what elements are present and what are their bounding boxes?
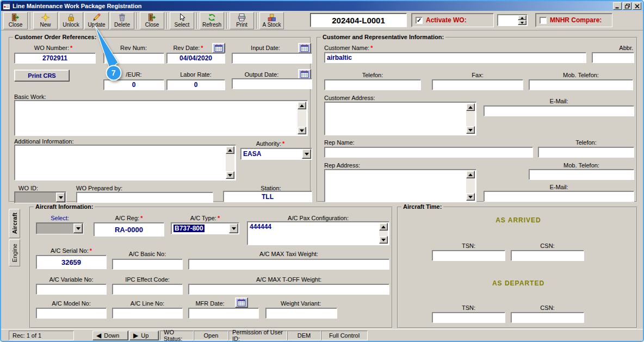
toolbar-refresh-button[interactable]: Refresh [200, 12, 224, 29]
toolbar-close-button[interactable]: Close [3, 12, 28, 29]
tab-aircraft[interactable]: Aircraft [9, 209, 20, 238]
spin-down-button[interactable] [518, 20, 527, 25]
restore-button[interactable] [623, 2, 631, 10]
email-field[interactable] [484, 105, 634, 116]
ac-type-combobox[interactable]: B737-800 [171, 222, 239, 234]
mnhr-compare-checkbox[interactable] [540, 17, 547, 24]
customer-address-value [327, 103, 465, 134]
weight-variant-field[interactable] [265, 308, 337, 319]
ac-variable-no-field[interactable] [36, 284, 107, 295]
csn-departed-field[interactable] [511, 312, 584, 323]
scroll-down-button[interactable] [466, 193, 475, 201]
rep-mob-field[interactable] [529, 169, 634, 180]
wo-id-dropdown-button[interactable] [56, 192, 65, 202]
scroll-down-button[interactable] [298, 127, 306, 134]
customer-order-group: Customer Order References: WO Number:* R… [9, 37, 311, 202]
print-crs-button[interactable]: Print CRS [14, 70, 70, 82]
max-taxi-field[interactable] [188, 259, 389, 270]
wo-number-display[interactable]: 202404-L0001 [310, 13, 407, 27]
tab-engine[interactable]: Engine [9, 239, 20, 266]
toolbar-select-button[interactable]: Select [170, 12, 194, 29]
customer-address-textarea[interactable] [324, 102, 476, 135]
pax-config-textarea[interactable]: 444444 [247, 221, 389, 245]
rep-email-field[interactable] [484, 191, 634, 202]
weight-variant-label: Weight Variant: [264, 300, 337, 307]
ac-type-dropdown-button[interactable] [229, 223, 238, 233]
rep-name-field[interactable] [324, 147, 533, 158]
scroll-down-button[interactable] [226, 171, 234, 179]
eur-rate-field[interactable]: 0 [103, 79, 164, 90]
additional-info-value [17, 146, 225, 179]
mfr-date-field[interactable] [188, 308, 259, 319]
tsn-departed-field[interactable] [432, 312, 505, 323]
input-date-calendar-button[interactable] [298, 43, 311, 53]
rev-date-field[interactable]: 04/04/2020 [166, 53, 225, 64]
csn-arrived-field[interactable] [511, 250, 584, 261]
scroll-up-button[interactable] [226, 146, 234, 154]
ac-serial-field[interactable]: 32659 [36, 255, 107, 269]
toolbar-new-button[interactable]: New [33, 12, 58, 29]
toolbar-update-button[interactable]: Update [84, 12, 109, 29]
chevron-down-icon [59, 196, 63, 199]
toolbar-astock-button[interactable]: A Stock [259, 12, 284, 29]
toolbar-button-label: New [40, 22, 51, 28]
scroll-down-icon [228, 174, 232, 177]
aircraft-select-dropdown-button[interactable] [73, 223, 83, 233]
aircraft-select-combobox[interactable] [36, 222, 84, 234]
mob-telefon-field[interactable] [529, 79, 633, 90]
record-down-button[interactable]: ◀ Down [92, 331, 128, 340]
scrollbar[interactable] [466, 171, 475, 201]
telefon-field[interactable] [324, 79, 421, 90]
ac-line-no-field[interactable] [112, 308, 183, 319]
record-up-button[interactable]: ▶ Up [129, 331, 159, 340]
mfr-date-calendar-button[interactable] [235, 297, 248, 308]
basic-work-textarea[interactable] [14, 100, 308, 136]
rev-num-field[interactable] [103, 53, 164, 64]
labor-rate-field[interactable]: 0 [166, 79, 225, 90]
customer-name-field[interactable]: airbaltic [324, 52, 586, 63]
minimize-button[interactable] [613, 2, 622, 10]
scroll-up-button[interactable] [466, 171, 475, 178]
ac-reg-field[interactable]: RA-0000 [94, 222, 164, 237]
output-date-field[interactable] [232, 78, 312, 89]
ipc-effect-field[interactable] [112, 284, 183, 295]
scrollbar[interactable] [466, 103, 475, 134]
permission-label-panel: Permission of User ID: [228, 331, 287, 340]
tsn-arrived-field[interactable] [432, 250, 505, 261]
close-window-button[interactable] [633, 2, 641, 10]
rev-date-calendar-button[interactable] [212, 43, 225, 53]
scroll-down-button[interactable] [379, 236, 388, 244]
fax-field[interactable] [432, 79, 523, 90]
scroll-down-button[interactable] [466, 126, 475, 134]
scrollbar[interactable] [226, 146, 234, 179]
input-date-field[interactable] [232, 53, 312, 64]
permission-user-panel: DEM [287, 331, 321, 340]
activate-wo-checkbox[interactable]: ✓ [416, 17, 423, 24]
additional-info-textarea[interactable] [14, 145, 236, 181]
max-toff-field[interactable] [188, 284, 389, 295]
wo-prepared-field[interactable] [76, 192, 213, 203]
wo-id-combobox[interactable] [14, 191, 66, 203]
toolbar-delete-button[interactable]: Delete [110, 12, 134, 29]
mnhr-spinner[interactable] [497, 14, 528, 26]
scrollbar[interactable] [298, 102, 306, 134]
status-bar: Rec: 1 of 1 ◀ Down ▶ Up WO Status: Open … [1, 329, 643, 341]
scroll-up-button[interactable] [379, 223, 388, 231]
toolbar-print-button[interactable]: Print [230, 12, 254, 29]
toolbar-unlock-button[interactable]: Unlock [59, 12, 83, 29]
ac-basic-no-field[interactable] [112, 259, 183, 270]
spin-up-button[interactable] [518, 15, 527, 20]
authority-combobox[interactable]: EASA [240, 148, 312, 160]
toolbar-close2-button[interactable]: Close [140, 12, 164, 29]
station-field[interactable]: TLL [223, 191, 312, 202]
scrollbar[interactable] [379, 223, 388, 244]
rep-address-textarea[interactable] [324, 169, 476, 202]
scroll-up-button[interactable] [298, 102, 306, 109]
wo-number-field[interactable]: 2702911 [14, 53, 96, 64]
scroll-up-button[interactable] [466, 103, 475, 111]
abbr-field[interactable] [592, 52, 634, 63]
authority-dropdown-button[interactable] [302, 149, 311, 159]
chevron-down-icon [76, 227, 81, 230]
rep-telefon-field[interactable] [538, 147, 634, 158]
ac-model-no-field[interactable] [36, 308, 107, 319]
